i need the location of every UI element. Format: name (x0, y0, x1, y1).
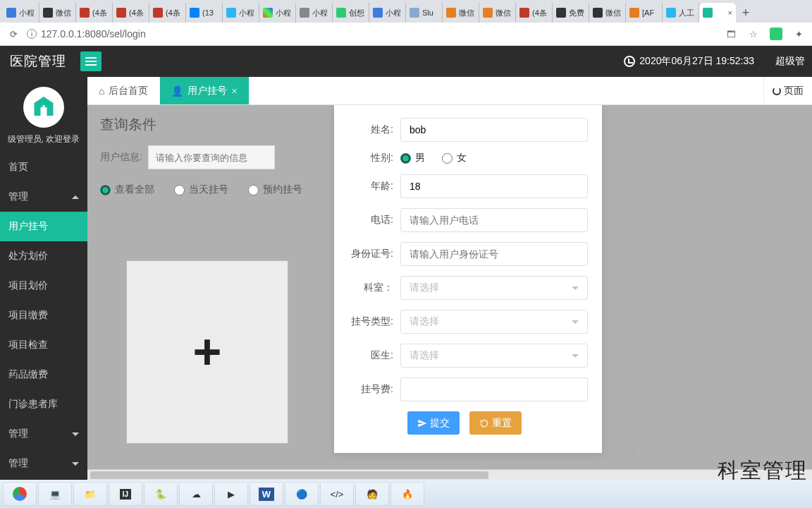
taskbar-app3[interactable]: 🧑 (355, 482, 389, 506)
type-select[interactable]: 请选择 (400, 310, 588, 334)
browser-tab[interactable]: 微信 (589, 3, 626, 23)
hospital-icon (31, 95, 56, 120)
extensions-icon[interactable]: ✦ (792, 28, 805, 40)
name-label: 姓名: (348, 123, 400, 136)
browser-tab[interactable]: 小程 (223, 3, 259, 23)
shield-icon[interactable] (770, 28, 782, 40)
sidebar-item[interactable]: 门诊患者库 (0, 389, 87, 419)
submit-button[interactable]: 提交 (407, 411, 460, 435)
taskbar-app4[interactable]: 🔥 (390, 482, 424, 506)
sidebar-item[interactable]: 用户挂号 (0, 212, 87, 241)
browser-tab[interactable]: 人工 (663, 3, 699, 23)
close-tab-icon[interactable]: × (231, 85, 237, 97)
taskbar-app[interactable]: 💻 (38, 482, 72, 506)
browser-tab[interactable]: (4条 (516, 3, 553, 23)
browser-tab[interactable]: [AF (626, 3, 663, 23)
id-input[interactable] (410, 248, 579, 260)
reload-icon[interactable]: ⟳ (7, 28, 20, 40)
browser-tab[interactable]: 创想 (333, 3, 369, 23)
taskbar-python[interactable]: 🐍 (144, 482, 178, 506)
browser-tab-active[interactable]: × (699, 3, 736, 23)
page-operations[interactable]: 页面 (763, 77, 812, 104)
fee-input[interactable] (410, 384, 579, 395)
hamburger-button[interactable] (80, 52, 102, 71)
query-title: 查询条件 (100, 115, 302, 134)
query-input[interactable] (148, 145, 275, 169)
browser-tab[interactable]: (4条 (76, 3, 113, 23)
taskbar-intellij[interactable]: IJ (109, 482, 142, 506)
register-form: 姓名: 性别: 男 女 年龄: 电话 (334, 105, 602, 453)
browser-tab[interactable]: 小程 (369, 3, 406, 23)
taskbar-player[interactable]: ▶ (214, 482, 248, 506)
star-icon[interactable]: ☆ (747, 28, 760, 40)
avatar (23, 87, 64, 128)
name-input[interactable] (410, 124, 579, 135)
browser-tab[interactable]: 微信 (479, 3, 516, 23)
plus-icon: + (193, 327, 222, 377)
browser-tab[interactable]: Slu (406, 3, 443, 23)
sidebar-item[interactable]: 项目检查 (0, 330, 87, 360)
browser-tab[interactable]: (4条 (149, 3, 186, 23)
fee-label: 挂号费: (348, 383, 400, 396)
radio-all[interactable]: 查看全部 (100, 183, 154, 196)
doctor-select[interactable]: 请选择 (400, 344, 588, 368)
taskbar-cloud[interactable]: ☁ (179, 482, 213, 506)
taskbar: 💻 📁 IJ 🐍 ☁ ▶ W 🔵 </> 🧑 🔥 (0, 480, 812, 508)
sidebar-item[interactable]: 管理 (0, 182, 87, 212)
send-icon (417, 418, 427, 428)
address-bar: ⟳ i127.0.0.1:8080/sel/login 🗔 ☆ ✦ (0, 23, 812, 46)
sidebar-item[interactable]: 管理 (0, 449, 87, 478)
phone-input[interactable] (410, 214, 579, 226)
main-area: ⌂ 后台首页 👤 用户挂号 × 页面 查询条件 用户信息: (87, 77, 812, 480)
sidebar-item[interactable]: 项目缴费 (0, 301, 87, 330)
dept-select[interactable]: 请选择 (400, 276, 588, 300)
reset-icon (479, 418, 489, 428)
dept-label: 科室： (348, 282, 400, 294)
welcome-text: 级管理员, 欢迎登录 (0, 133, 87, 145)
browser-tab[interactable]: 小程 (3, 3, 39, 23)
type-label: 挂号类型: (348, 315, 400, 328)
page-tabs: ⌂ 后台首页 👤 用户挂号 × 页面 (87, 77, 812, 105)
browser-tab[interactable]: 微信 (443, 3, 479, 23)
sidebar-item[interactable]: 项目划价 (0, 271, 87, 301)
browser-tab[interactable]: (4条 (113, 3, 149, 23)
taskbar-word[interactable]: W (250, 482, 283, 506)
id-label: 身份证号: (348, 248, 400, 260)
tab-home[interactable]: ⌂ 后台首页 (87, 77, 160, 104)
app-brand: 医院管理 (0, 52, 76, 71)
sidebar-item[interactable]: 管理 (0, 419, 87, 449)
gender-male[interactable]: 男 (400, 152, 425, 164)
add-card[interactable]: + (126, 260, 288, 444)
sidebar-item[interactable]: 药品缴费 (0, 360, 87, 389)
taskbar-explorer[interactable]: 📁 (73, 482, 107, 506)
new-tab-button[interactable]: + (736, 3, 756, 23)
refresh-icon (773, 87, 781, 95)
age-input[interactable] (410, 181, 579, 192)
sidebar-item[interactable]: 处方划价 (0, 241, 87, 271)
url-field[interactable]: i127.0.0.1:8080/sel/login (27, 28, 718, 40)
role-text: 超级管 (775, 55, 805, 68)
sidebar-item[interactable]: 首页 (0, 152, 87, 182)
browser-tab[interactable]: 小程 (259, 3, 296, 23)
query-label: 用户信息: (100, 151, 142, 164)
radio-reserve[interactable]: 预约挂号 (248, 183, 302, 196)
browser-tab[interactable]: 小程 (296, 3, 333, 23)
user-icon: 👤 (171, 85, 183, 97)
sidebar: 级管理员, 欢迎登录 首页管理用户挂号处方划价项目划价项目缴费项目检查药品缴费门… (0, 77, 87, 480)
browser-tab[interactable]: 微信 (39, 3, 76, 23)
close-icon[interactable]: × (728, 8, 732, 17)
translate-icon[interactable]: 🗔 (725, 28, 737, 40)
view-radios: 查看全部 当天挂号 预约挂号 (100, 183, 302, 196)
reset-button[interactable]: 重置 (469, 411, 522, 435)
taskbar-code[interactable]: </> (320, 482, 354, 506)
browser-tab[interactable]: 免费 (553, 3, 589, 23)
gender-female[interactable]: 女 (442, 152, 467, 164)
home-icon: ⌂ (99, 85, 104, 97)
tab-user-register[interactable]: 👤 用户挂号 × (160, 77, 249, 104)
doctor-label: 医生: (348, 349, 400, 362)
datetime-text: 2020年06月27日 19:52:33 (639, 55, 754, 68)
taskbar-chrome[interactable] (3, 482, 37, 506)
taskbar-app2[interactable]: 🔵 (285, 482, 319, 506)
browser-tab[interactable]: (13 (186, 3, 223, 23)
radio-today[interactable]: 当天挂号 (174, 183, 228, 196)
